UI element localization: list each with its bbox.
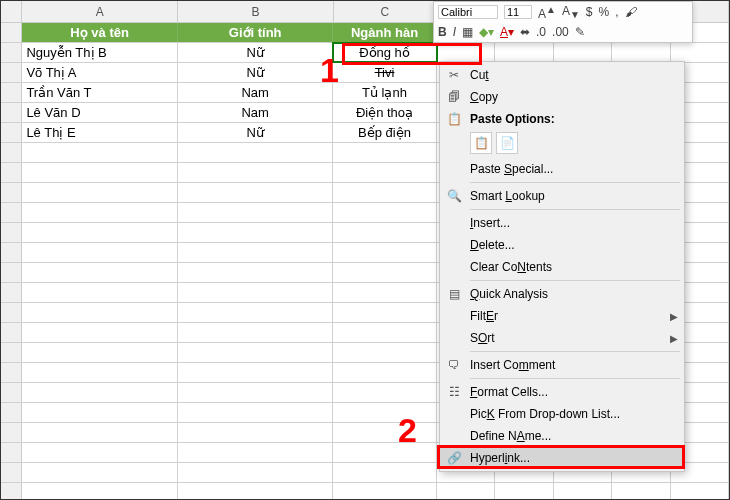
format-icon[interactable]: ✎ (575, 25, 585, 39)
menu-delete[interactable]: Delete... (440, 234, 684, 256)
link-icon: 🔗 (446, 450, 462, 466)
submenu-arrow-icon: ▶ (670, 311, 678, 322)
menu-cut[interactable]: ✂Cut (440, 64, 684, 86)
decrease-decimal-icon[interactable]: .0 (536, 25, 546, 39)
header-gender[interactable]: Giới tính (178, 23, 334, 42)
row-num[interactable] (1, 23, 22, 42)
font-size-select[interactable] (504, 5, 532, 19)
merge-icon[interactable]: ⬌ (520, 25, 530, 39)
menu-sort[interactable]: SOrt▶ (440, 327, 684, 349)
italic-button[interactable]: I (453, 25, 456, 39)
row-num[interactable] (1, 43, 22, 62)
currency-icon[interactable]: $ (586, 5, 593, 19)
decrease-font-icon[interactable]: A▼ (562, 4, 580, 20)
annotation-number-2: 2 (398, 411, 417, 450)
select-all-corner[interactable] (1, 1, 22, 22)
col-header-b[interactable]: B (178, 1, 334, 22)
scissors-icon: ✂ (446, 67, 462, 83)
menu-hyperlink[interactable]: 🔗Hyperlink... (440, 447, 684, 469)
font-select[interactable] (438, 5, 498, 19)
comma-icon[interactable]: , (615, 5, 618, 19)
context-menu: ✂Cut 🗐Copy 📋Paste Options: 📋 📄 Paste Spe… (439, 61, 685, 472)
col-header-a[interactable]: A (22, 1, 178, 22)
paste-option-values[interactable]: 📄 (496, 132, 518, 154)
increase-font-icon[interactable]: A▲ (538, 4, 556, 21)
search-icon: 🔍 (446, 188, 462, 204)
menu-filter[interactable]: FiltEr▶ (440, 305, 684, 327)
fill-color-icon[interactable]: ◆▾ (479, 25, 494, 39)
cell-prod-selected[interactable]: Đồng hồ (333, 43, 436, 62)
menu-insert[interactable]: Insert... (440, 212, 684, 234)
format-painter-icon[interactable]: 🖌 (625, 5, 637, 19)
paste-options-row: 📋 📄 (440, 130, 684, 158)
menu-define-name[interactable]: Define NAme... (440, 425, 684, 447)
annotation-number-1: 1 (320, 51, 339, 90)
paste-icon: 📋 (446, 111, 462, 127)
menu-smart-lookup[interactable]: 🔍Smart Lookup (440, 185, 684, 207)
menu-paste-special[interactable]: Paste Special... (440, 158, 684, 180)
cell-name[interactable]: Nguyễn Thị B (22, 43, 178, 62)
col-header-c[interactable]: C (334, 1, 437, 22)
bold-button[interactable]: B (438, 25, 447, 39)
increase-decimal-icon[interactable]: .00 (552, 25, 569, 39)
submenu-arrow-icon: ▶ (670, 333, 678, 344)
comment-icon: 🗨 (446, 357, 462, 373)
menu-clear-contents[interactable]: Clear CoNtents (440, 256, 684, 278)
analysis-icon: ▤ (446, 286, 462, 302)
cell-gender[interactable]: Nữ (178, 43, 334, 62)
menu-insert-comment[interactable]: 🗨Insert Comment (440, 354, 684, 376)
paste-option-default[interactable]: 📋 (470, 132, 492, 154)
border-icon[interactable]: ▦ (462, 25, 473, 39)
menu-paste-options-header: 📋Paste Options: (440, 108, 684, 130)
menu-copy[interactable]: 🗐Copy (440, 86, 684, 108)
mini-toolbar: A▲ A▼ $ % , 🖌 B I ▦ ◆▾ A▾ ⬌ .0 .00 ✎ (433, 1, 693, 43)
font-color-icon[interactable]: A▾ (500, 25, 514, 39)
copy-icon: 🗐 (446, 89, 462, 105)
header-prod[interactable]: Ngành hàn (333, 23, 436, 42)
percent-icon[interactable]: % (599, 5, 610, 19)
menu-format-cells[interactable]: ☷Format Cells... (440, 381, 684, 403)
menu-pick-from-list[interactable]: PicK From Drop-down List... (440, 403, 684, 425)
menu-quick-analysis[interactable]: ▤Quick Analysis (440, 283, 684, 305)
header-name[interactable]: Họ và tên (22, 23, 178, 42)
format-cells-icon: ☷ (446, 384, 462, 400)
